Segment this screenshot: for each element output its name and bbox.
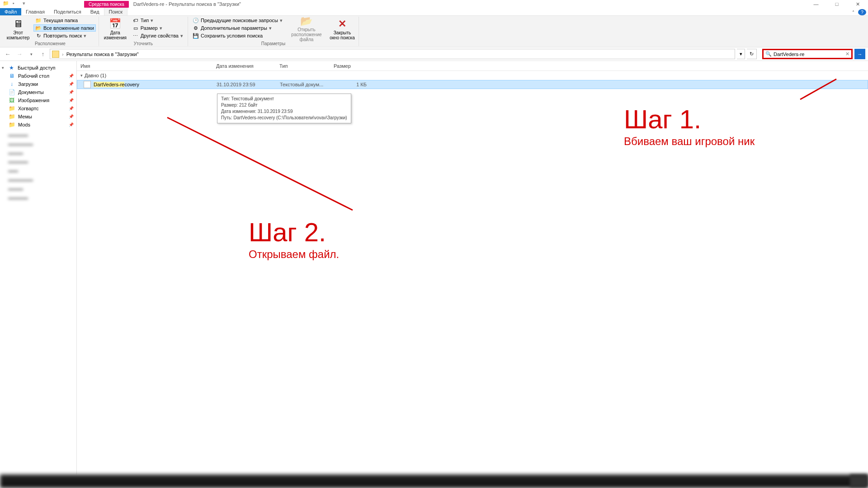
pc-icon: 🖥 [11,18,25,30]
previous-searches-button[interactable]: 🕑Предыдущие поисковые запросы ▾ [191,17,284,24]
sidebar-item[interactable]: 📁Mods📌 [0,121,76,129]
group-header[interactable]: Давно (1) [77,71,868,80]
save-icon: 💾 [193,33,199,39]
col-date[interactable]: Дата изменения [212,63,276,69]
refresh-icon: ↻ [35,33,42,39]
breadcrumb[interactable]: Результаты поиска в "Загрузки" [66,52,139,57]
forward-button[interactable]: → [14,49,24,59]
open-location-button: 📂 Открыть расположение файла [286,17,327,41]
folder-icon: 📁 [8,122,15,128]
pin-icon: 📌 [69,122,74,127]
clear-search-button[interactable]: ✕ [843,51,851,57]
qat-item[interactable]: ▾ [23,0,30,8]
save-search-button[interactable]: 💾Сохранить условия поиска [191,32,284,39]
address-history-button[interactable]: ▾ [737,49,745,59]
minimize-button[interactable]: — [806,0,826,8]
tab-share[interactable]: Поделиться [49,8,86,15]
close-search-button[interactable]: ✕ Закрыть окно поиска [329,17,356,41]
file-type: Текстовый докум... [280,82,334,87]
ribbon-collapse-icon[interactable]: ˄ [849,9,857,15]
sidebar-item[interactable]: 📁Хогвартс📌 [0,104,76,113]
col-type[interactable]: Тип [276,63,330,69]
gear-icon: ⚙ [193,25,199,31]
props-icon: ⋯ [132,33,139,39]
pin-icon: 📌 [69,74,74,78]
folder-icon: ↓ [8,81,15,87]
current-folder-button[interactable]: 📁Текущая папка [33,17,96,24]
other-props-button[interactable]: ⋯Другие свойства ▾ [131,32,185,39]
tab-home[interactable]: Главная [21,8,49,15]
folder-icon: 📁 [35,17,42,23]
folder-icon: 🖥 [8,73,15,79]
sidebar-item[interactable]: 🖼Изображения📌 [0,96,76,104]
folder-icon: 📁 [8,105,15,112]
taskbar-tray[interactable] [850,474,868,487]
group-label-refine: Уточнить [102,41,185,47]
ribbon: 🖥 Этот компьютер 📁Текущая папка 📂Все вло… [0,16,868,47]
type-filter-button[interactable]: 🏷Тип ▾ [131,17,185,24]
navigation-pane: ★ Быстрый доступ 🖥Рабочий стол📌↓Загрузки… [0,61,77,474]
tab-search[interactable]: Поиск [104,8,127,15]
folder-icon: 🖼 [8,97,15,103]
file-list-area: Имя Дата изменения Тип Размер Давно (1) … [77,61,868,474]
folder-icon: 📄 [8,89,15,95]
close-button[interactable]: ✕ [847,0,868,8]
sidebar-blurred-items: ▬▬▬▬▬▬▬▬▬▬▬▬▬▬▬▬▬▬▬▬▬▬▬▬▬▬▬▬▬▬ [0,129,76,204]
tab-view[interactable]: Вид [86,8,104,15]
tab-file[interactable]: Файл [0,8,21,15]
sidebar-quick-access[interactable]: ★ Быстрый доступ [0,64,76,72]
calendar-icon: 📅 [108,18,123,30]
search-box: 🔍 ✕ [762,49,853,59]
file-tooltip: Тип: Текстовый документ Размер: 212 байт… [217,94,351,123]
search-input[interactable] [774,50,843,58]
file-size: 1 КБ [334,82,370,87]
help-icon[interactable]: ? [858,9,866,15]
col-name[interactable]: Имя [77,63,212,69]
open-folder-icon: 📂 [299,16,314,27]
column-headers: Имя Дата изменения Тип Размер [77,61,868,71]
group-label-location: Расположение [5,41,96,47]
search-again-button[interactable]: ↻Повторить поиск ▾ [33,32,96,39]
back-button[interactable]: ← [3,49,13,59]
pin-icon: 📌 [69,90,74,94]
file-row[interactable]: DartVeders-recovery 31.10.2019 23:59 Тек… [77,80,868,89]
group-label-options: Параметры [191,41,356,47]
search-icon: 🔍 [764,51,774,57]
size-filter-button[interactable]: ▭Размер ▾ [131,24,185,32]
chevron-right-icon: › [62,52,64,57]
pin-icon: 📌 [69,98,74,103]
main-content: ★ Быстрый доступ 🖥Рабочий стол📌↓Загрузки… [0,61,868,474]
address-bar[interactable]: › Результаты поиска в "Загрузки" [50,49,735,59]
all-subfolders-button[interactable]: 📂Все вложенные папки [33,24,96,32]
sidebar-item[interactable]: 🖥Рабочий стол📌 [0,72,76,80]
star-icon: ★ [8,65,15,71]
title-bar: 📁 ▪ ▾ Средства поиска DartVeders-re - Ре… [0,0,868,8]
sidebar-item[interactable]: 📁Мемы📌 [0,113,76,121]
sidebar-item[interactable]: 📄Документы📌 [0,88,76,96]
taskbar[interactable] [0,474,868,488]
history-icon: 🕑 [193,17,199,23]
tag-icon: 🏷 [132,17,139,23]
contextual-tab-label: Средства поиска [84,1,129,8]
this-pc-button[interactable]: 🖥 Этот компьютер [5,17,32,41]
pin-icon: 📌 [69,106,74,111]
pin-icon: 📌 [69,82,74,86]
address-bar-row: ← → ▾ ↑ › Результаты поиска в "Загрузки"… [0,47,868,61]
col-size[interactable]: Размер [330,63,366,69]
maximize-button[interactable]: □ [826,0,847,8]
recent-locations-button[interactable]: ▾ [26,49,36,59]
sidebar-item[interactable]: ↓Загрузки📌 [0,80,76,88]
close-x-icon: ✕ [335,18,349,30]
advanced-options-button[interactable]: ⚙Дополнительные параметры ▾ [191,24,284,32]
date-modified-button[interactable]: 📅 Дата изменения [102,17,129,41]
folder-icon: 📁 [8,113,15,120]
up-button[interactable]: ↑ [38,49,48,59]
refresh-button[interactable]: ↻ [747,49,757,59]
folders-icon: 📂 [35,25,42,31]
ribbon-tabs: Файл Главная Поделиться Вид Поиск [0,8,868,16]
search-go-button[interactable]: → [854,49,865,59]
qat-item[interactable]: ▪ [13,0,20,8]
quick-access-toolbar: 📁 ▪ ▾ [0,0,30,8]
file-name: DartVeders-recovery [94,82,217,87]
size-icon: ▭ [132,25,139,31]
